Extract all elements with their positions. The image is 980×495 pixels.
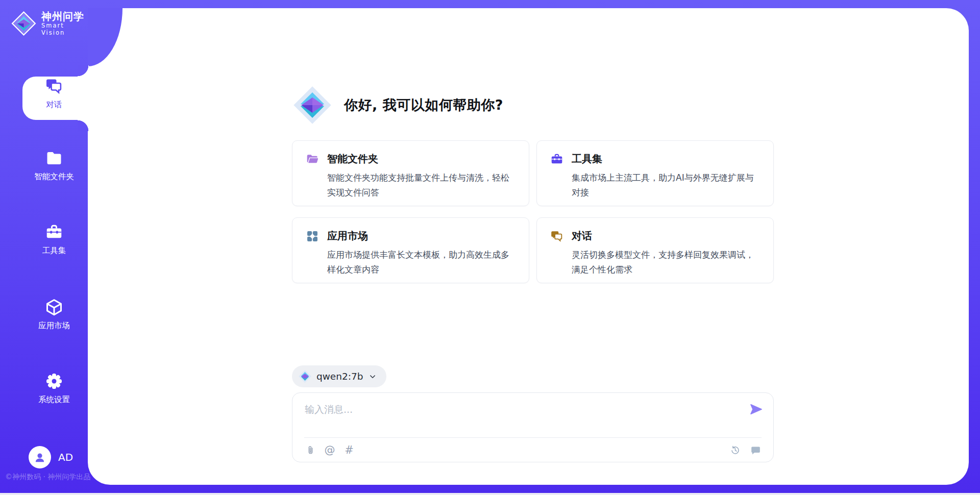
- new-chat-button[interactable]: [749, 444, 762, 456]
- brand-name: 神州问学: [41, 11, 88, 22]
- message-composer: @ #: [292, 392, 774, 462]
- chevron-down-icon: [368, 372, 377, 381]
- history-clock-icon: [730, 445, 741, 456]
- card-description: 应用市场提供丰富长文本模板，助力高效生成多样化文章内容: [306, 247, 516, 277]
- card-head: 应用市场: [306, 229, 516, 243]
- bottom-strip: [0, 493, 980, 495]
- greeting-block: 你好, 我可以如何帮助你?: [292, 85, 503, 126]
- tab-fillet-bottom: [78, 120, 89, 131]
- model-selector[interactable]: qwen2:7b: [292, 365, 386, 387]
- avatar: [29, 446, 51, 468]
- card-description: 灵活切换多模型文件，支持多样回复效果调试，满足个性化需求: [550, 247, 760, 277]
- card-description: 智能文件夹功能支持批量文件上传与清洗，轻松实现文件问答: [306, 170, 516, 200]
- send-icon: [749, 402, 763, 416]
- user-name: AD: [58, 451, 73, 463]
- brand: 神州问学 Smart Vision: [11, 10, 88, 37]
- sidebar: 神州问学 Smart Vision 对话 智能文件夹: [0, 0, 88, 495]
- brand-subtitle: Smart Vision: [41, 22, 88, 37]
- sidebar-item-smart-folder[interactable]: 智能文件夹: [20, 149, 88, 182]
- card-head: 对话: [550, 229, 760, 243]
- brand-diamond-icon: [292, 85, 333, 126]
- cube-icon: [45, 298, 63, 316]
- chat-bubble-icon: [750, 445, 761, 456]
- send-button[interactable]: [749, 402, 763, 416]
- card-head: 工具集: [550, 152, 760, 166]
- briefcase-icon: [550, 153, 564, 166]
- mention-button[interactable]: @: [324, 444, 336, 456]
- copyright-text: ©神州数码 · 神州问学出品: [5, 473, 90, 482]
- attach-file-button[interactable]: [304, 444, 316, 456]
- person-icon: [33, 451, 46, 464]
- tab-fillet-top: [78, 65, 89, 77]
- brand-text: 神州问学 Smart Vision: [41, 11, 88, 37]
- model-name: qwen2:7b: [316, 371, 363, 382]
- main-content: 你好, 我可以如何帮助你? 智能文件夹 智能文件夹功能支持批量文件上传与清洗，轻…: [292, 8, 774, 485]
- sidebar-item-label: 智能文件夹: [20, 171, 88, 182]
- card-title: 对话: [572, 229, 592, 243]
- sidebar-item-label: 对话: [20, 100, 88, 110]
- card-chat[interactable]: 对话 灵活切换多模型文件，支持多样回复效果调试，满足个性化需求: [536, 217, 774, 283]
- composer-toolbar: @ #: [304, 438, 762, 462]
- briefcase-icon: [45, 223, 63, 241]
- message-input[interactable]: [305, 403, 733, 433]
- sidebar-item-app-market[interactable]: 应用市场: [20, 298, 88, 331]
- sidebar-item-label: 应用市场: [20, 320, 88, 331]
- card-title: 应用市场: [327, 229, 368, 243]
- card-title: 工具集: [572, 152, 602, 166]
- chat-bubbles-icon: [45, 77, 63, 95]
- card-title: 智能文件夹: [327, 152, 378, 166]
- model-logo-icon: [298, 369, 312, 383]
- card-app-market[interactable]: 应用市场 应用市场提供丰富长文本模板，助力高效生成多样化文章内容: [292, 217, 529, 283]
- history-button[interactable]: [729, 444, 741, 456]
- folder-icon: [45, 149, 63, 167]
- card-head: 智能文件夹: [306, 152, 516, 166]
- greeting-title: 你好, 我可以如何帮助你?: [344, 96, 503, 114]
- brand-logo-icon: [11, 10, 36, 37]
- sidebar-item-chat[interactable]: 对话: [20, 77, 88, 110]
- sidebar-item-toolset[interactable]: 工具集: [20, 223, 88, 256]
- chat-bubbles-icon: [550, 230, 564, 243]
- sidebar-item-label: 工具集: [20, 245, 88, 256]
- main-panel: 你好, 我可以如何帮助你? 智能文件夹 智能文件夹功能支持批量文件上传与清洗，轻…: [88, 8, 969, 485]
- app-grid-icon: [306, 230, 319, 243]
- sidebar-item-settings[interactable]: 系统设置: [20, 372, 88, 405]
- user-account[interactable]: AD: [29, 446, 73, 468]
- card-description: 集成市场上主流工具，助力AI与外界无缝扩展与对接: [550, 170, 760, 200]
- feature-cards: 智能文件夹 智能文件夹功能支持批量文件上传与清洗，轻松实现文件问答 工具: [292, 140, 774, 283]
- sidebar-item-label: 系统设置: [20, 394, 88, 405]
- folder-open-icon: [306, 153, 319, 166]
- paperclip-icon: [305, 445, 316, 456]
- hashtag-button[interactable]: #: [343, 444, 355, 456]
- card-toolset[interactable]: 工具集 集成市场上主流工具，助力AI与外界无缝扩展与对接: [536, 140, 774, 206]
- card-smart-folder[interactable]: 智能文件夹 智能文件夹功能支持批量文件上传与清洗，轻松实现文件问答: [292, 140, 529, 206]
- gear-icon: [45, 372, 63, 390]
